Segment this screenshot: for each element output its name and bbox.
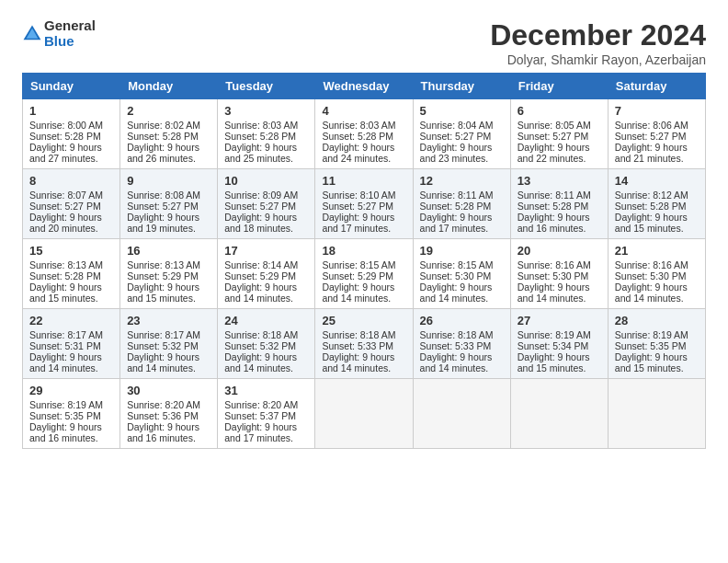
- calendar-cell: 4Sunrise: 8:03 AMSunset: 5:28 PMDaylight…: [315, 99, 413, 169]
- calendar-cell: 17Sunrise: 8:14 AMSunset: 5:29 PMDayligh…: [218, 239, 315, 309]
- cell-line: Daylight: 9 hours: [127, 282, 210, 293]
- calendar-cell: 15Sunrise: 8:13 AMSunset: 5:28 PMDayligh…: [23, 239, 120, 309]
- calendar-cell: 20Sunrise: 8:16 AMSunset: 5:30 PMDayligh…: [510, 239, 608, 309]
- cell-line: and 15 minutes.: [29, 293, 113, 304]
- cell-line: Daylight: 9 hours: [518, 142, 601, 153]
- cell-line: and 15 minutes.: [615, 362, 699, 373]
- cell-line: Sunset: 5:30 PM: [518, 270, 601, 282]
- logo-general: General: [44, 18, 96, 34]
- cell-line: Daylight: 9 hours: [420, 212, 504, 223]
- calendar-cell: 26Sunrise: 8:18 AMSunset: 5:33 PMDayligh…: [413, 309, 510, 379]
- calendar-cell: 23Sunrise: 8:17 AMSunset: 5:32 PMDayligh…: [120, 309, 218, 379]
- cell-line: Sunrise: 8:18 AM: [322, 329, 405, 340]
- cell-line: Sunrise: 8:15 AM: [420, 259, 504, 270]
- cell-line: Daylight: 9 hours: [224, 421, 308, 432]
- calendar-cell: 16Sunrise: 8:13 AMSunset: 5:29 PMDayligh…: [120, 239, 218, 309]
- cell-line: Sunset: 5:37 PM: [224, 410, 308, 421]
- calendar-cell: 31Sunrise: 8:20 AMSunset: 5:37 PMDayligh…: [218, 379, 315, 449]
- cell-line: and 17 minutes.: [322, 223, 405, 234]
- weekday-header-wednesday: Wednesday: [315, 74, 413, 99]
- cell-line: Sunrise: 8:05 AM: [518, 120, 601, 131]
- cell-line: and 26 minutes.: [127, 153, 210, 164]
- calendar-cell: 1Sunrise: 8:00 AMSunset: 5:28 PMDaylight…: [23, 99, 120, 169]
- calendar-cell: 24Sunrise: 8:18 AMSunset: 5:32 PMDayligh…: [218, 309, 315, 379]
- cell-line: and 14 minutes.: [127, 362, 210, 373]
- cell-line: Daylight: 9 hours: [615, 212, 699, 223]
- cell-line: Daylight: 9 hours: [322, 351, 405, 362]
- calendar-table: SundayMondayTuesdayWednesdayThursdayFrid…: [22, 73, 706, 449]
- day-number: 5: [420, 104, 504, 118]
- calendar-cell: 14Sunrise: 8:12 AMSunset: 5:28 PMDayligh…: [608, 169, 705, 239]
- cell-line: Sunset: 5:27 PM: [29, 201, 113, 212]
- calendar-cell: 3Sunrise: 8:03 AMSunset: 5:28 PMDaylight…: [218, 99, 315, 169]
- calendar-cell: 6Sunrise: 8:05 AMSunset: 5:27 PMDaylight…: [510, 99, 608, 169]
- cell-line: Sunset: 5:30 PM: [615, 270, 699, 282]
- cell-line: Sunrise: 8:17 AM: [127, 329, 210, 340]
- cell-line: Daylight: 9 hours: [420, 142, 504, 153]
- day-number: 1: [29, 104, 113, 118]
- calendar-cell: 18Sunrise: 8:15 AMSunset: 5:29 PMDayligh…: [315, 239, 413, 309]
- day-number: 14: [615, 174, 699, 188]
- weekday-header-row: SundayMondayTuesdayWednesdayThursdayFrid…: [23, 74, 706, 99]
- cell-line: and 14 minutes.: [420, 362, 504, 373]
- cell-line: Sunrise: 8:16 AM: [518, 259, 601, 270]
- cell-line: and 14 minutes.: [224, 362, 308, 373]
- calendar-week-2: 8Sunrise: 8:07 AMSunset: 5:27 PMDaylight…: [23, 169, 706, 239]
- subtitle: Dolyar, Shamkir Rayon, Azerbaijan: [490, 52, 706, 67]
- day-number: 16: [127, 244, 210, 258]
- day-number: 13: [518, 174, 601, 188]
- calendar-cell: 12Sunrise: 8:11 AMSunset: 5:28 PMDayligh…: [413, 169, 510, 239]
- weekday-header-tuesday: Tuesday: [218, 74, 315, 99]
- cell-line: Sunset: 5:33 PM: [420, 340, 504, 351]
- logo: General Blue: [22, 18, 96, 49]
- cell-line: Sunrise: 8:12 AM: [615, 190, 699, 201]
- title-block: December 2024 Dolyar, Shamkir Rayon, Aze…: [490, 18, 706, 67]
- calendar-cell: 5Sunrise: 8:04 AMSunset: 5:27 PMDaylight…: [413, 99, 510, 169]
- cell-line: Sunset: 5:29 PM: [322, 270, 405, 282]
- cell-line: Sunset: 5:28 PM: [29, 131, 113, 142]
- cell-line: Sunrise: 8:02 AM: [127, 120, 210, 131]
- calendar-cell: 27Sunrise: 8:19 AMSunset: 5:34 PMDayligh…: [510, 309, 608, 379]
- cell-line: Sunrise: 8:19 AM: [518, 329, 601, 340]
- calendar-cell: 28Sunrise: 8:19 AMSunset: 5:35 PMDayligh…: [608, 309, 705, 379]
- day-number: 8: [29, 174, 113, 188]
- day-number: 17: [224, 244, 308, 258]
- calendar-header: SundayMondayTuesdayWednesdayThursdayFrid…: [23, 74, 706, 99]
- cell-line: Sunset: 5:27 PM: [420, 131, 504, 142]
- weekday-header-thursday: Thursday: [413, 74, 510, 99]
- day-number: 11: [322, 174, 405, 188]
- cell-line: and 22 minutes.: [518, 153, 601, 164]
- cell-line: Daylight: 9 hours: [420, 351, 504, 362]
- cell-line: and 21 minutes.: [615, 153, 699, 164]
- cell-line: Daylight: 9 hours: [518, 212, 601, 223]
- calendar-cell: [608, 379, 705, 449]
- cell-line: and 24 minutes.: [322, 153, 405, 164]
- calendar-cell: 19Sunrise: 8:15 AMSunset: 5:30 PMDayligh…: [413, 239, 510, 309]
- calendar-cell: 29Sunrise: 8:19 AMSunset: 5:35 PMDayligh…: [23, 379, 120, 449]
- cell-line: Sunrise: 8:11 AM: [518, 190, 601, 201]
- cell-line: Sunrise: 8:07 AM: [29, 190, 113, 201]
- cell-line: Sunrise: 8:16 AM: [615, 259, 699, 270]
- cell-line: Sunrise: 8:13 AM: [127, 259, 210, 270]
- cell-line: and 14 minutes.: [224, 293, 308, 304]
- cell-line: Sunrise: 8:03 AM: [224, 120, 308, 131]
- cell-line: Daylight: 9 hours: [322, 212, 405, 223]
- cell-line: Daylight: 9 hours: [322, 142, 405, 153]
- cell-line: and 15 minutes.: [518, 362, 601, 373]
- cell-line: Daylight: 9 hours: [615, 142, 699, 153]
- cell-line: and 14 minutes.: [322, 293, 405, 304]
- cell-line: and 19 minutes.: [127, 223, 210, 234]
- day-number: 26: [420, 314, 504, 327]
- day-number: 19: [420, 244, 504, 258]
- cell-line: Daylight: 9 hours: [224, 282, 308, 293]
- cell-line: Sunrise: 8:10 AM: [322, 190, 405, 201]
- cell-line: and 25 minutes.: [224, 153, 308, 164]
- cell-line: Sunrise: 8:20 AM: [127, 399, 210, 410]
- cell-line: Daylight: 9 hours: [127, 142, 210, 153]
- cell-line: Sunset: 5:33 PM: [322, 340, 405, 351]
- cell-line: Sunrise: 8:18 AM: [420, 329, 504, 340]
- cell-line: Sunset: 5:29 PM: [224, 270, 308, 282]
- cell-line: Sunset: 5:29 PM: [127, 270, 210, 282]
- day-number: 29: [29, 384, 113, 397]
- calendar-cell: [510, 379, 608, 449]
